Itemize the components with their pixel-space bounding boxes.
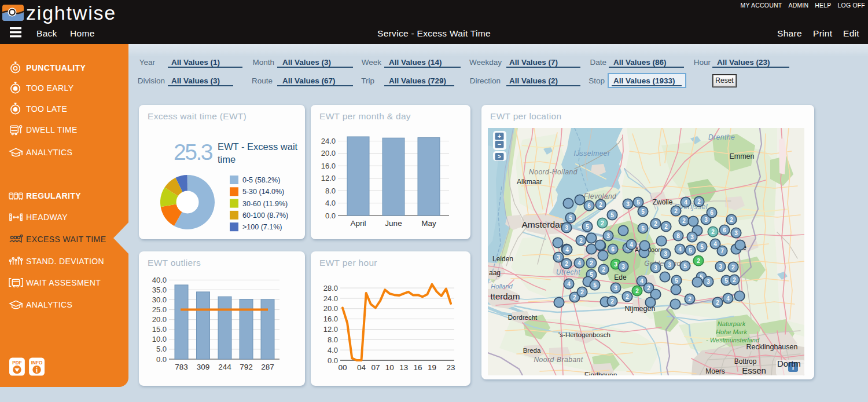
svg-text:Drenthe: Drenthe xyxy=(708,133,735,141)
svg-text:2: 2 xyxy=(688,296,692,302)
svg-text:Essen: Essen xyxy=(742,366,766,375)
svg-text:4: 4 xyxy=(713,241,717,247)
svg-text:2: 2 xyxy=(601,220,604,226)
svg-text:2: 2 xyxy=(674,208,678,214)
svg-text:28.0: 28.0 xyxy=(323,284,338,293)
svg-text:6: 6 xyxy=(611,246,615,253)
svg-text:>: > xyxy=(498,154,501,160)
svg-text:2: 2 xyxy=(697,199,701,205)
svg-text:Noord-Brabant: Noord-Brabant xyxy=(534,356,583,364)
svg-text:3: 3 xyxy=(614,285,617,291)
svg-text:4.0: 4.0 xyxy=(328,346,338,355)
svg-text:2: 2 xyxy=(697,258,700,264)
svg-text:3: 3 xyxy=(654,265,657,271)
svg-text:4: 4 xyxy=(630,242,633,248)
svg-text:INFO: INFO xyxy=(31,360,43,366)
svg-text:60-100 (8.7%): 60-100 (8.7%) xyxy=(242,211,288,220)
svg-text:16: 16 xyxy=(414,363,422,372)
svg-text:5: 5 xyxy=(641,225,645,232)
svg-text:6: 6 xyxy=(723,227,726,233)
svg-text:5-30 (14.0%): 5-30 (14.0%) xyxy=(242,188,284,196)
svg-text:2: 2 xyxy=(580,289,584,295)
svg-text:Noord-Holland: Noord-Holland xyxy=(529,168,578,176)
svg-text:07: 07 xyxy=(371,363,380,372)
svg-text:2: 2 xyxy=(565,261,568,267)
svg-text:+: + xyxy=(498,133,501,140)
svg-text:35.0: 35.0 xyxy=(152,286,167,294)
svg-text:Eindhoven: Eindhoven xyxy=(584,371,617,375)
svg-text:3: 3 xyxy=(690,234,694,240)
svg-text:16.0: 16.0 xyxy=(323,315,338,323)
svg-text:10: 10 xyxy=(385,363,394,372)
svg-text:4: 4 xyxy=(640,278,643,284)
svg-text:40.0: 40.0 xyxy=(152,276,167,284)
svg-text:5: 5 xyxy=(610,212,614,218)
svg-text:−: − xyxy=(498,141,501,148)
svg-text:23: 23 xyxy=(446,363,455,372)
svg-text:3: 3 xyxy=(606,233,610,239)
svg-text:Ede: Ede xyxy=(614,273,627,282)
svg-text:4: 4 xyxy=(567,281,571,287)
svg-text:13: 13 xyxy=(399,363,408,372)
svg-text:Dortm: Dortm xyxy=(777,359,801,368)
svg-text:3: 3 xyxy=(626,201,630,207)
svg-text:Emmen: Emmen xyxy=(729,152,754,160)
svg-text:2: 2 xyxy=(590,260,593,266)
svg-text:0.0: 0.0 xyxy=(156,355,167,364)
svg-text:4: 4 xyxy=(578,260,581,266)
svg-text:2: 2 xyxy=(711,229,715,235)
svg-text:8: 8 xyxy=(676,233,680,239)
svg-text:>100 (7.1%): >100 (7.1%) xyxy=(242,223,282,231)
svg-text:Amsterdam: Amsterdam xyxy=(521,220,567,229)
svg-text:2: 2 xyxy=(716,299,719,306)
svg-text:4: 4 xyxy=(678,246,682,253)
svg-text:3: 3 xyxy=(734,230,738,236)
svg-text:5: 5 xyxy=(724,277,728,284)
svg-text:2: 2 xyxy=(654,221,657,227)
svg-text:tterdam: tterdam xyxy=(491,291,520,301)
svg-text:Moers: Moers xyxy=(705,367,724,375)
svg-text:2: 2 xyxy=(573,294,576,301)
svg-text:3: 3 xyxy=(719,264,722,270)
svg-text:May: May xyxy=(421,219,436,228)
svg-text:5: 5 xyxy=(683,263,687,269)
svg-text:19: 19 xyxy=(428,363,436,372)
svg-text:12.0: 12.0 xyxy=(321,174,336,182)
svg-text:3: 3 xyxy=(707,279,710,285)
svg-text:10.0: 10.0 xyxy=(152,335,167,343)
svg-text:7: 7 xyxy=(720,248,724,254)
svg-text:16.0: 16.0 xyxy=(321,162,336,170)
svg-text:12.0: 12.0 xyxy=(323,325,338,334)
svg-text:5: 5 xyxy=(637,199,640,206)
svg-text:2: 2 xyxy=(635,288,639,294)
svg-text:Gelderland: Gelderland xyxy=(644,260,681,268)
svg-text:5.0: 5.0 xyxy=(156,345,167,353)
svg-text:30.0: 30.0 xyxy=(152,295,167,304)
svg-text:Breda: Breda xyxy=(523,347,541,354)
svg-text:5: 5 xyxy=(569,215,572,221)
svg-text:04: 04 xyxy=(357,363,366,372)
svg-text:2: 2 xyxy=(733,277,736,283)
svg-text:PDF: PDF xyxy=(12,360,22,366)
svg-text:4.0: 4.0 xyxy=(325,199,336,207)
svg-text:3: 3 xyxy=(557,254,560,261)
svg-text:Bottrop: Bottrop xyxy=(734,357,757,366)
svg-text:2: 2 xyxy=(731,264,735,271)
svg-text:792: 792 xyxy=(240,363,253,371)
svg-text:24.0: 24.0 xyxy=(323,294,338,303)
svg-text:20.0: 20.0 xyxy=(152,315,167,324)
svg-text:2: 2 xyxy=(602,266,605,273)
svg-text:20.0: 20.0 xyxy=(323,304,338,313)
svg-text:June: June xyxy=(385,219,402,228)
svg-text:6: 6 xyxy=(710,210,713,216)
svg-text:0-5 (58.2%): 0-5 (58.2%) xyxy=(242,176,280,184)
svg-text:'s-Hertogenbosch: 's-Hertogenbosch xyxy=(558,331,610,338)
svg-text:Alkmaar: Alkmaar xyxy=(517,178,542,186)
svg-text:3: 3 xyxy=(565,225,568,231)
svg-text:2: 2 xyxy=(626,294,629,300)
svg-text:Zwolle: Zwolle xyxy=(653,198,673,206)
svg-text:2: 2 xyxy=(579,237,583,244)
svg-text:2: 2 xyxy=(730,217,733,223)
svg-text:3: 3 xyxy=(614,261,617,268)
svg-text:309: 309 xyxy=(197,363,210,371)
